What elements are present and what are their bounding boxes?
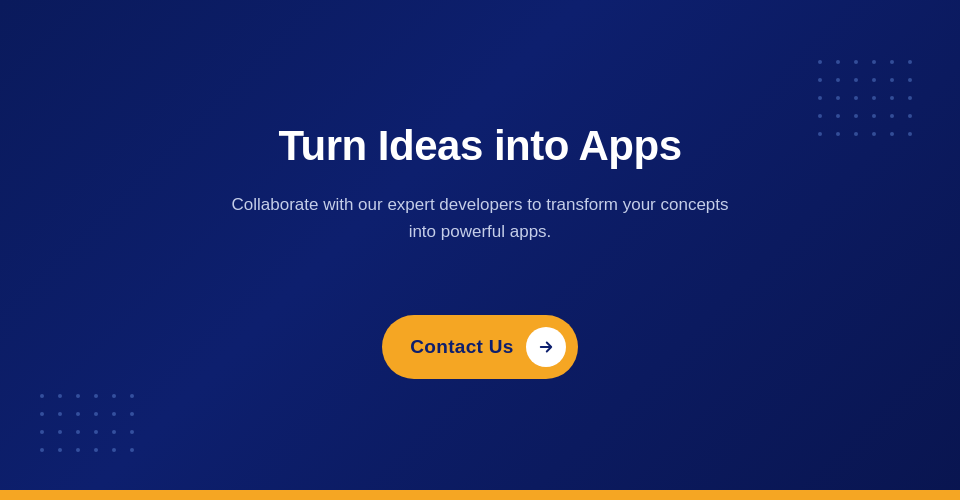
hero-content: Turn Ideas into Apps Collaborate with ou…: [120, 121, 840, 380]
dot: [836, 114, 840, 118]
dot: [58, 448, 62, 452]
dot: [40, 412, 44, 416]
contact-us-button[interactable]: Contact Us: [382, 315, 577, 379]
dot: [94, 394, 98, 398]
dot: [836, 60, 840, 64]
hero-heading: Turn Ideas into Apps: [278, 121, 681, 171]
dot: [58, 430, 62, 434]
dot: [58, 412, 62, 416]
dot: [818, 96, 822, 100]
dot: [76, 412, 80, 416]
arrow-icon: [526, 327, 566, 367]
gold-accent-bar: [0, 490, 960, 500]
dot: [854, 60, 858, 64]
dot: [40, 448, 44, 452]
dot: [890, 114, 894, 118]
dot: [854, 132, 858, 136]
dot: [872, 96, 876, 100]
dot-grid-bottom-left: [40, 394, 142, 460]
dot: [872, 132, 876, 136]
dot: [908, 60, 912, 64]
dot: [94, 448, 98, 452]
dot: [40, 394, 44, 398]
dot: [890, 78, 894, 82]
dot: [76, 394, 80, 398]
dot: [818, 60, 822, 64]
dot: [890, 132, 894, 136]
hero-section: Turn Ideas into Apps Collaborate with ou…: [0, 0, 960, 500]
dot: [836, 78, 840, 82]
dot: [130, 430, 134, 434]
dot: [908, 132, 912, 136]
dot: [94, 412, 98, 416]
dot: [818, 114, 822, 118]
dot: [854, 96, 858, 100]
dot: [130, 448, 134, 452]
dot: [130, 412, 134, 416]
dot: [112, 412, 116, 416]
dot: [872, 60, 876, 64]
dot: [854, 78, 858, 82]
dot: [890, 96, 894, 100]
dot: [890, 60, 894, 64]
hero-subtext: Collaborate with our expert developers t…: [220, 191, 740, 245]
dot: [908, 78, 912, 82]
dot: [872, 78, 876, 82]
dot: [908, 114, 912, 118]
dot: [130, 394, 134, 398]
dot: [76, 448, 80, 452]
dot: [854, 114, 858, 118]
dot: [836, 96, 840, 100]
dot: [908, 96, 912, 100]
contact-us-label: Contact Us: [410, 336, 513, 358]
dot: [112, 394, 116, 398]
dot: [112, 448, 116, 452]
dot: [40, 430, 44, 434]
dot: [94, 430, 98, 434]
dot: [818, 78, 822, 82]
dot: [112, 430, 116, 434]
dot: [58, 394, 62, 398]
dot: [76, 430, 80, 434]
dot: [872, 114, 876, 118]
